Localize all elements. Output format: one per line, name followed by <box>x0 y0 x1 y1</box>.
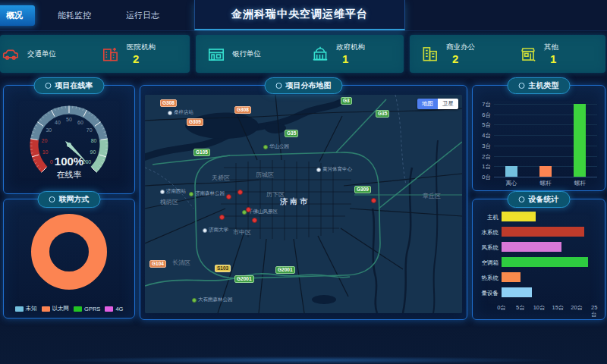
bar-热系统 <box>502 272 521 282</box>
legend-item-以太网[interactable]: 以太网 <box>42 305 70 312</box>
stat-label: 政府机构 <box>336 43 365 51</box>
stat-card-3: 商业办公 2 其他 1 <box>410 35 605 73</box>
category-label: 空调箱 <box>474 259 498 267</box>
svg-text:10: 10 <box>42 149 49 155</box>
network-donut-chart <box>29 212 109 295</box>
online-rate-gauge: 0102030405060708090100100%在线率 <box>7 96 131 192</box>
x-axis-label: 离心 <box>505 180 517 187</box>
road-label-chip: G3 <box>341 97 352 105</box>
svg-text:在线率: 在线率 <box>57 170 82 179</box>
stat-label: 医院机构 <box>127 43 156 51</box>
road-label-chip: S103 <box>215 265 231 272</box>
road-label-chip: G308 <box>234 106 251 114</box>
svg-text:0: 0 <box>50 159 53 165</box>
map-poi-marker: 桑梓店站 <box>168 109 193 116</box>
panel-title: 项目在线率 <box>55 80 93 91</box>
stat-label: 交通单位 <box>27 50 56 58</box>
road-label-chip: G105 <box>193 149 210 156</box>
project-marker[interactable] <box>226 194 231 199</box>
x-axis-tick: 5台 <box>516 304 525 312</box>
road-label-chip: G35 <box>376 110 389 118</box>
svg-text:60: 60 <box>77 120 83 125</box>
svg-text:70: 70 <box>86 127 93 133</box>
stat-office[interactable]: 商业办公 2 <box>410 43 508 65</box>
top-nav-bar: 概况能耗监控运行日志项目列表视频监控 金洲科瑞中央空调运维平台 <box>0 0 607 31</box>
y-axis-tick: 2台 <box>474 153 491 161</box>
stat-government[interactable]: 政府机构 1 <box>300 43 404 65</box>
nav-tab-1[interactable]: 概况 <box>0 5 35 26</box>
map-mode-button[interactable]: 地图 <box>417 99 438 109</box>
project-marker[interactable] <box>246 207 251 212</box>
host-type-bar-chart: 0台1台2台3台4台5台6台7台离心螺杆螺杆 <box>473 86 605 190</box>
panel-device-stats: 设备统计 主机水系统风系统空调箱热系统量设备0台5台10台15台20台25台 <box>472 199 605 320</box>
map-pin-icon <box>276 83 282 89</box>
monitor-icon <box>519 83 525 89</box>
map-poi-marker: 济南西站 <box>160 188 186 195</box>
bar-风系统 <box>502 242 561 252</box>
road-label-chip: G104 <box>149 260 166 268</box>
legend-item-未知[interactable]: 未知 <box>15 305 37 312</box>
category-label: 风系统 <box>474 244 498 252</box>
x-axis-label: 螺杆 <box>574 180 586 187</box>
satellite-mode-button[interactable]: 卫星 <box>438 99 458 109</box>
device-stats-bar-chart: 主机水系统风系统空调箱热系统量设备0台5台10台15台20台25台 <box>473 199 605 319</box>
x-axis-line <box>494 177 597 177</box>
dashboard: 概况能耗监控运行日志项目列表视频监控 金洲科瑞中央空调运维平台 交通单位 医院机… <box>0 0 607 364</box>
office-icon <box>420 44 440 64</box>
category-label: 量设备 <box>474 290 498 297</box>
poi-label: 桑梓店站 <box>174 109 193 116</box>
x-axis-tick: 20台 <box>571 304 583 312</box>
map-poi-marker: 济南大学 <box>203 227 228 234</box>
panel-title: 联网方式 <box>59 194 90 205</box>
hospital-icon <box>101 44 121 64</box>
district-label: 章丘区 <box>423 192 441 200</box>
stat-value: 1 <box>544 53 558 64</box>
bar-螺杆 <box>574 104 586 177</box>
stat-card-2: 银行单位 政府机构 1 <box>196 35 404 73</box>
project-marker[interactable] <box>219 215 225 220</box>
panel-network-type: 联网方式 未知以太网GPRS4G <box>3 199 135 318</box>
district-label: 历城区 <box>256 171 274 179</box>
y-axis-tick: 7台 <box>474 101 491 108</box>
svg-text:100: 100 <box>82 159 91 165</box>
road-label-chip: G2001 <box>234 275 254 283</box>
clock-icon <box>519 196 525 202</box>
nav-tab-3[interactable]: 运行日志 <box>114 5 171 26</box>
stat-value: 2 <box>446 53 475 64</box>
poi-label: 济南森林公园 <box>195 190 225 197</box>
bar-水系统 <box>502 227 584 237</box>
project-marker[interactable] <box>371 198 376 203</box>
poi-dot <box>168 111 172 115</box>
poi-dot <box>160 190 165 194</box>
project-marker[interactable] <box>237 190 243 195</box>
category-label: 热系统 <box>474 275 498 282</box>
nav-tab-2[interactable]: 能耗监控 <box>46 5 103 26</box>
stat-traffic[interactable]: 交通单位 <box>0 44 90 64</box>
stat-other[interactable]: 其他 1 <box>508 43 605 65</box>
y-axis-tick: 1台 <box>474 163 491 171</box>
svg-text:100%: 100% <box>55 155 83 168</box>
legend-item-4G[interactable]: 4G <box>105 305 123 312</box>
poi-label: 济南西站 <box>166 188 186 195</box>
legend-label: 4G <box>115 306 123 312</box>
stat-bank[interactable]: 银行单位 <box>196 44 300 64</box>
poi-label: 千佛山风景区 <box>248 209 278 215</box>
svg-text:80: 80 <box>91 138 97 143</box>
y-axis-tick: 6台 <box>474 111 491 119</box>
legend-item-GPRS[interactable]: GPRS <box>74 305 100 312</box>
project-distribution-map[interactable]: 天桥区历城区历下区槐荫区市中区长清区章丘区济南市G308G308G309G104… <box>145 95 462 313</box>
app-title-box: 金洲科瑞中央空调运维平台 <box>194 0 405 30</box>
legend-swatch <box>42 306 50 312</box>
stat-hospital[interactable]: 医院机构 2 <box>90 43 190 65</box>
svg-text:20: 20 <box>42 138 48 143</box>
legend-label: GPRS <box>84 306 100 312</box>
stat-value: 1 <box>336 53 365 64</box>
bottom-glow-decoration <box>53 356 554 364</box>
bar-主机 <box>502 212 536 221</box>
category-label: 水系统 <box>474 229 498 237</box>
svg-text:40: 40 <box>55 120 61 125</box>
project-marker[interactable] <box>252 218 257 223</box>
panel-map-header: 项目分布地图 <box>265 77 343 94</box>
road-label-chip: G35 <box>285 130 298 137</box>
legend-swatch <box>74 306 82 312</box>
